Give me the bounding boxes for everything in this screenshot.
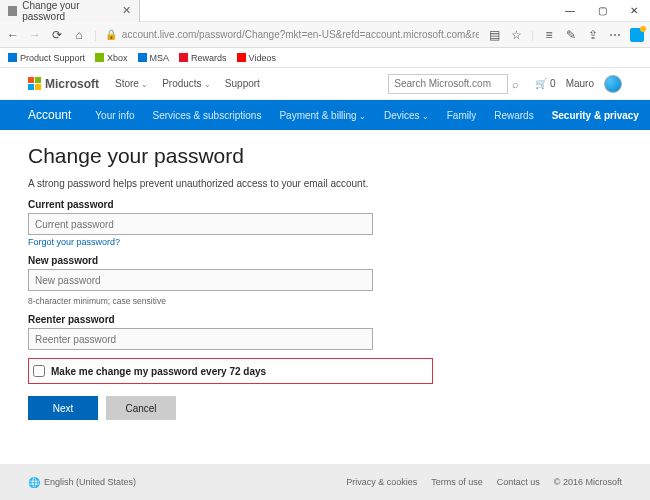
footer-copyright: © 2016 Microsoft — [554, 477, 622, 487]
main-content: Change your password A strong password h… — [0, 130, 650, 434]
globe-icon: 🌐 — [28, 477, 40, 488]
current-password-input[interactable] — [28, 213, 373, 235]
more-icon[interactable]: ⋯ — [608, 28, 622, 42]
nav-devices[interactable]: Devices — [384, 110, 429, 121]
user-name[interactable]: Mauro — [566, 78, 594, 89]
expire-password-label: Make me change my password every 72 days — [51, 366, 266, 377]
forgot-password-link[interactable]: Forgot your password? — [28, 237, 622, 247]
nav-products[interactable]: Products — [162, 78, 211, 89]
search-icon[interactable]: ⌕ — [512, 78, 519, 90]
nav-store[interactable]: Store — [115, 78, 148, 89]
browser-toolbar: ← → ⟳ ⌂ | 🔒 account.live.com/password/Ch… — [0, 22, 650, 48]
reenter-password-label: Reenter password — [28, 314, 622, 325]
tab-title: Change your password — [22, 0, 117, 22]
tab-close-icon[interactable]: ✕ — [122, 4, 131, 17]
microsoft-logo[interactable]: Microsoft — [28, 77, 99, 91]
fav-product-support[interactable]: Product Support — [8, 53, 85, 63]
close-window-icon[interactable]: ✕ — [618, 0, 650, 22]
nav-payment[interactable]: Payment & billing — [279, 110, 366, 121]
expire-password-row: Make me change my password every 72 days — [28, 358, 433, 384]
new-password-label: New password — [28, 255, 622, 266]
microsoft-logo-icon — [28, 77, 41, 90]
refresh-icon[interactable]: ⟳ — [50, 28, 64, 42]
window-controls: — ▢ ✕ — [554, 0, 650, 22]
notes-icon[interactable]: ✎ — [564, 28, 578, 42]
fav-xbox[interactable]: Xbox — [95, 53, 128, 63]
browser-tab[interactable]: Change your password ✕ — [0, 0, 140, 22]
page-description: A strong password helps prevent unauthor… — [28, 178, 622, 189]
home-icon[interactable]: ⌂ — [72, 28, 86, 42]
nav-your-info[interactable]: Your info — [95, 110, 134, 121]
password-hint: 8-character minimum; case sensitive — [28, 296, 622, 306]
minimize-icon[interactable]: — — [554, 0, 586, 22]
favorites-bar: Product Support Xbox MSA Rewards Videos — [0, 48, 650, 68]
url-text: account.live.com/password/Change?mkt=en-… — [122, 29, 479, 40]
titlebar: Change your password ✕ — ▢ ✕ — [0, 0, 650, 22]
page-title: Change your password — [28, 144, 622, 168]
nav-family[interactable]: Family — [447, 110, 476, 121]
account-nav-title[interactable]: Account — [28, 108, 71, 122]
search-input[interactable] — [388, 74, 508, 94]
current-password-label: Current password — [28, 199, 622, 210]
new-password-input[interactable] — [28, 269, 373, 291]
footer-privacy[interactable]: Privacy & cookies — [346, 477, 417, 487]
avatar[interactable] — [604, 75, 622, 93]
reenter-password-input[interactable] — [28, 328, 373, 350]
share-icon[interactable]: ⇪ — [586, 28, 600, 42]
cancel-button[interactable]: Cancel — [106, 396, 176, 420]
fav-rewards[interactable]: Rewards — [179, 53, 227, 63]
footer: 🌐 English (United States) Privacy & cook… — [0, 464, 650, 500]
nav-support[interactable]: Support — [225, 78, 260, 89]
forward-icon[interactable]: → — [28, 28, 42, 42]
footer-contact[interactable]: Contact us — [497, 477, 540, 487]
hub-icon[interactable]: ≡ — [542, 28, 556, 42]
cart-button[interactable]: 0 — [535, 78, 555, 89]
nav-rewards[interactable]: Rewards — [494, 110, 533, 121]
nav-security-privacy[interactable]: Security & privacy — [552, 110, 639, 121]
fav-videos[interactable]: Videos — [237, 53, 276, 63]
nav-services[interactable]: Services & subscriptions — [152, 110, 261, 121]
address-bar[interactable]: 🔒 account.live.com/password/Change?mkt=e… — [105, 29, 479, 40]
favorite-icon[interactable]: ☆ — [509, 28, 523, 42]
maximize-icon[interactable]: ▢ — [586, 0, 618, 22]
site-search: ⌕ — [388, 74, 519, 94]
reading-view-icon[interactable]: ▤ — [487, 28, 501, 42]
favicon — [8, 6, 17, 16]
lock-icon: 🔒 — [105, 29, 117, 40]
fav-msa[interactable]: MSA — [138, 53, 170, 63]
language-selector[interactable]: 🌐 English (United States) — [28, 477, 136, 488]
extension-badge-icon[interactable] — [630, 28, 644, 42]
footer-terms[interactable]: Terms of use — [431, 477, 483, 487]
expire-password-checkbox[interactable] — [33, 365, 45, 377]
account-nav: Account Your info Services & subscriptio… — [0, 100, 650, 130]
back-icon[interactable]: ← — [6, 28, 20, 42]
site-nav: Store Products Support — [115, 78, 260, 89]
site-header: Microsoft Store Products Support ⌕ 0 Mau… — [0, 68, 650, 100]
next-button[interactable]: Next — [28, 396, 98, 420]
